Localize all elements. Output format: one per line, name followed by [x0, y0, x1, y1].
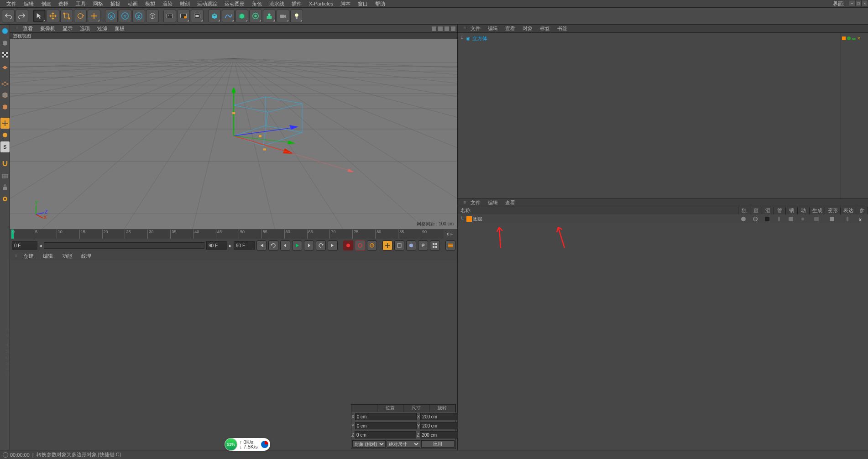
workplane-icon[interactable]	[0, 61, 10, 72]
render-vis-icon[interactable]	[852, 37, 856, 40]
select-tool[interactable]	[33, 10, 46, 22]
start-frame-input[interactable]	[12, 241, 37, 250]
play-button[interactable]	[292, 240, 302, 250]
viewport[interactable]: 网格间距 : 100 cm Y Z X	[10, 39, 457, 229]
menu-tools[interactable]: 工具	[72, 0, 89, 7]
timeline-dopesheet-button[interactable]	[445, 240, 455, 250]
undo-button[interactable]	[2, 10, 15, 22]
layer-manage-icon[interactable]	[778, 217, 780, 221]
key-rot-button[interactable]	[406, 240, 416, 250]
redo-button[interactable]	[16, 10, 28, 22]
axis-center-icon[interactable]	[0, 193, 10, 204]
win-min[interactable]: −	[849, 0, 855, 6]
view-menu-panel[interactable]: 面板	[111, 25, 128, 32]
object-row-cube[interactable]: └ ◉ 立方体	[460, 35, 839, 42]
prev-key-button[interactable]	[268, 240, 278, 250]
make-editable-icon[interactable]	[0, 26, 10, 37]
layer-render-icon[interactable]	[765, 217, 769, 221]
view-menu-filter[interactable]: 过滤	[94, 25, 111, 32]
objtab-tags[interactable]: 标签	[536, 25, 554, 32]
menu-window[interactable]: 窗口	[354, 0, 371, 7]
lock-icon[interactable]	[0, 182, 10, 193]
win-max[interactable]: □	[855, 0, 862, 6]
vp-toggle4-icon[interactable]	[451, 26, 455, 31]
layer-name[interactable]: 图层	[473, 216, 737, 222]
mat-menu-edit[interactable]: 编辑	[38, 253, 58, 260]
layer-solo-icon[interactable]	[741, 217, 746, 221]
vp-toggle2-icon[interactable]	[438, 26, 443, 31]
end-frame-input[interactable]	[234, 241, 255, 250]
prev-frame-button[interactable]	[280, 240, 290, 250]
z-axis-button[interactable]: Z	[132, 10, 145, 22]
keysel-button[interactable]: ?	[367, 240, 377, 250]
edge-mode-icon[interactable]	[0, 89, 10, 100]
menu-help[interactable]: 帮助	[371, 0, 389, 7]
layer-anim-icon[interactable]	[801, 218, 804, 220]
render-region-button[interactable]	[177, 10, 190, 22]
menu-edit[interactable]: 编辑	[20, 0, 37, 7]
mat-menu-func[interactable]: 功能	[58, 253, 77, 260]
netspeed-widget[interactable]: 53% ↑ 0K/s ↓ 7.5K/s	[225, 438, 270, 451]
pos-input[interactable]	[355, 431, 416, 438]
key-pla-button[interactable]	[430, 240, 440, 250]
coord-system-button[interactable]	[146, 10, 159, 22]
axis-enable-icon[interactable]	[0, 118, 10, 129]
x-axis-button[interactable]: X	[105, 10, 118, 22]
layertab-edit[interactable]: 编辑	[484, 199, 502, 206]
poly-mode-icon[interactable]	[0, 101, 10, 112]
layertab-file[interactable]: 文件	[467, 199, 484, 206]
menu-character[interactable]: 角色	[248, 0, 266, 7]
coord-apply-button[interactable]: 应用	[421, 440, 455, 448]
menu-file[interactable]: 文件	[3, 0, 20, 7]
vp-toggle3-icon[interactable]	[444, 26, 449, 31]
menu-sim[interactable]: 模拟	[141, 0, 159, 7]
grip-icon[interactable]: ⠿	[12, 26, 19, 31]
layer-lock-icon[interactable]	[789, 217, 793, 221]
scale-tool[interactable]	[60, 10, 73, 22]
layer-expr-icon[interactable]	[847, 217, 848, 221]
primitive-button[interactable]	[208, 10, 221, 22]
point-mode-icon[interactable]	[0, 78, 10, 89]
view-menu-view[interactable]: 查看	[19, 25, 37, 32]
coord-mode-select[interactable]: 对象 (相对)	[352, 440, 386, 448]
phong-tag-icon[interactable]: ✕	[857, 36, 862, 41]
record-button[interactable]	[343, 240, 353, 250]
layer-body[interactable]: └ 图层 x	[458, 214, 868, 450]
deformer-button[interactable]	[249, 10, 262, 22]
goto-start-button[interactable]	[256, 240, 267, 250]
menu-mesh[interactable]: 网格	[89, 0, 107, 7]
range-end-input[interactable]	[206, 241, 227, 250]
next-key-button[interactable]	[316, 240, 326, 250]
menu-pipeline[interactable]: 流水线	[266, 0, 288, 7]
render-settings-button[interactable]	[191, 10, 204, 22]
snap-toggle-icon[interactable]: S	[0, 141, 10, 152]
layer-color-swatch[interactable]	[842, 37, 846, 40]
menu-script[interactable]: 脚本	[337, 0, 354, 7]
key-scale-button[interactable]	[394, 240, 404, 250]
texture-mode-icon[interactable]	[0, 49, 10, 60]
next-frame-button[interactable]	[304, 240, 314, 250]
object-tree[interactable]: └ ◉ 立方体	[458, 33, 841, 198]
environment-button[interactable]	[263, 10, 276, 22]
grip-icon[interactable]: ⠿	[460, 201, 467, 205]
menu-render[interactable]: 渲染	[159, 0, 176, 7]
layer-ref-icon[interactable]: x	[859, 217, 863, 221]
viewport-solo-icon[interactable]	[0, 130, 10, 141]
editor-vis-icon[interactable]	[847, 37, 851, 40]
view-menu-options[interactable]: 选项	[76, 25, 94, 32]
camera-button[interactable]	[277, 10, 289, 22]
rotate-tool[interactable]	[74, 10, 87, 22]
menu-xparticles[interactable]: X-Particles	[305, 1, 337, 6]
layer-row[interactable]: └ 图层 x	[459, 215, 867, 223]
model-mode-icon[interactable]	[0, 37, 10, 48]
menu-mograph[interactable]: 运动图形	[221, 0, 248, 7]
autokey-button[interactable]	[355, 240, 365, 250]
menu-create[interactable]: 创建	[37, 0, 55, 7]
key-param-button[interactable]: P	[418, 240, 428, 250]
light-button[interactable]	[290, 10, 303, 22]
pos-input[interactable]	[355, 413, 417, 420]
layer-gen-icon[interactable]	[814, 217, 819, 221]
menu-mtrack[interactable]: 运动跟踪	[193, 0, 221, 7]
coord-sizemode-select[interactable]: 绝对尺寸	[387, 440, 420, 448]
menu-anim[interactable]: 动画	[124, 0, 141, 7]
